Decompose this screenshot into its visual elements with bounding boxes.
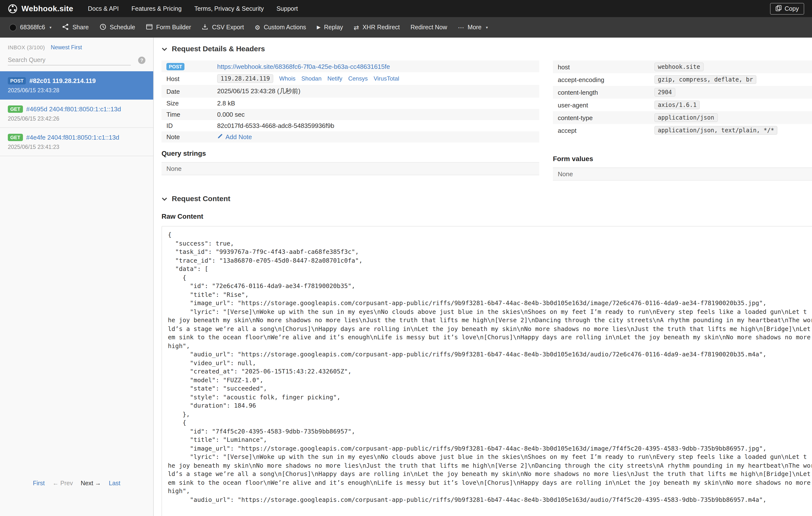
- redirect-now-button[interactable]: Redirect Now: [405, 17, 453, 37]
- csv-export-label: CSV Export: [212, 24, 244, 31]
- header-value: application/json, text/plain, */*: [655, 126, 778, 135]
- section-title: Request Content: [172, 194, 230, 203]
- chevron-down-icon: [162, 47, 167, 51]
- section-title: Request Details & Headers: [172, 45, 265, 53]
- nav-link-terms-privacy[interactable]: Terms, Privacy & Security: [194, 5, 264, 12]
- request-list-item[interactable]: GET #4e4fe 2404:f801:8050:1:c1::13d 2025…: [0, 128, 153, 156]
- shodan-link[interactable]: Shodan: [301, 75, 322, 82]
- id-label: ID: [166, 122, 217, 130]
- details-column: POST https://webhook.site/68368fc6-7f0a-…: [162, 60, 539, 175]
- token-dropdown-button[interactable]: 68368fc6 ▾: [4, 17, 57, 37]
- pagination-next[interactable]: Next →: [81, 480, 101, 487]
- netify-link[interactable]: Netify: [327, 75, 342, 82]
- webhook-site-app: Webhook.site Docs & API Features & Prici…: [0, 0, 812, 516]
- header-row: host webhook.site: [553, 60, 812, 73]
- raw-content-title: Raw Content: [162, 212, 812, 220]
- headers-table: host webhook.site accept-encoding gzip, …: [553, 60, 812, 137]
- section-header-content[interactable]: Request Content: [162, 194, 812, 203]
- share-icon: [62, 23, 69, 31]
- inbox-count-label: INBOX (3/100): [8, 45, 45, 50]
- query-strings-empty: None: [162, 162, 539, 175]
- table-row-time: Time 0.000 sec: [162, 109, 539, 120]
- headers-column: host webhook.site accept-encoding gzip, …: [553, 60, 812, 181]
- method-badge-get: GET: [8, 134, 23, 141]
- chevron-down-icon: [162, 197, 167, 201]
- schedule-button[interactable]: Schedule: [94, 17, 141, 37]
- chevron-down-icon: ▾: [486, 25, 488, 30]
- ip-lookup-links: Whois Shodan Netify Censys VirusTotal: [279, 75, 399, 82]
- note-label: Note: [166, 133, 217, 141]
- request-details-table: POST https://webhook.site/68368fc6-7f0a-…: [162, 60, 539, 143]
- pagination: First ← Prev Next → Last: [0, 480, 153, 487]
- date-value: 2025/06/15 23:43:28 (几秒前): [217, 87, 534, 96]
- pencil-icon: [217, 133, 223, 141]
- clock-icon: [99, 23, 106, 31]
- time-value: 0.000 sec: [217, 111, 534, 118]
- form-values-empty: None: [553, 167, 812, 181]
- header-row: content-type application/json: [553, 111, 812, 124]
- exchange-icon: ⇄: [354, 24, 359, 30]
- table-row-size: Size 2.8 kB: [162, 97, 539, 109]
- host-value: 119.28.214.119: [217, 74, 273, 83]
- chevron-down-icon: ▾: [50, 25, 52, 30]
- header-name: accept-encoding: [558, 76, 655, 83]
- form-values-title: Form values: [553, 155, 812, 163]
- header-value: axios/1.6.1: [655, 101, 700, 109]
- nav-link-docs-api[interactable]: Docs & API: [88, 5, 119, 12]
- copy-icon: [775, 5, 782, 12]
- form-builder-icon: [146, 23, 153, 31]
- request-list-item[interactable]: GET #4695d 2404:f801:8050:1:c1::13d 2025…: [0, 99, 153, 128]
- help-icon[interactable]: ?: [138, 57, 145, 64]
- pagination-prev[interactable]: ← Prev: [53, 480, 73, 487]
- csv-export-button[interactable]: CSV Export: [196, 17, 249, 37]
- request-list-item[interactable]: POST #82c01 119.28.214.119 2025/06/15 23…: [0, 71, 153, 99]
- header-value: webhook.site: [655, 62, 703, 71]
- section-header-details[interactable]: Request Details & Headers: [162, 45, 812, 53]
- sort-order-link[interactable]: Newest First: [51, 45, 82, 50]
- replay-button[interactable]: ▶ Replay: [312, 17, 348, 37]
- gear-icon: ⚙: [255, 24, 260, 30]
- replay-label: Replay: [324, 24, 343, 31]
- virustotal-link[interactable]: VirusTotal: [374, 75, 399, 82]
- censys-link[interactable]: Censys: [348, 75, 368, 82]
- request-date: 2025/06/15 23:42:26: [8, 116, 145, 121]
- time-label: Time: [166, 111, 217, 118]
- page-body: INBOX (3/100) Newest First ? POST #82c01…: [0, 37, 812, 516]
- size-value: 2.8 kB: [217, 99, 534, 107]
- search-input[interactable]: [8, 55, 131, 65]
- nav-link-support[interactable]: Support: [277, 5, 298, 12]
- header-name: content-length: [558, 89, 655, 96]
- request-detail-panel: Request Details & Headers POST https://w…: [154, 37, 812, 516]
- request-id: #4695d 2404:f801:8050:1:c1::13d: [26, 106, 121, 113]
- raw-content-body: { "success": true, "task_id": "9939767a-…: [162, 226, 812, 516]
- request-url-link[interactable]: https://webhook.site/68368fc6-7f0a-425e-…: [217, 63, 390, 70]
- copy-button-label: Copy: [785, 5, 799, 12]
- schedule-label: Schedule: [110, 24, 135, 31]
- share-button[interactable]: Share: [57, 17, 94, 37]
- more-dropdown-button[interactable]: ⋯ More ▾: [453, 17, 493, 37]
- token-id-label: 68368fc6: [20, 24, 45, 31]
- header-value: application/json: [655, 113, 718, 122]
- id-value: 82c017fd-6533-4668-adc8-548359936f9b: [217, 122, 534, 130]
- nav-link-features-pricing[interactable]: Features & Pricing: [132, 5, 182, 12]
- pagination-last[interactable]: Last: [109, 480, 120, 487]
- brand-title: Webhook.site: [22, 4, 73, 13]
- whois-link[interactable]: Whois: [279, 75, 295, 82]
- host-label: Host: [166, 75, 217, 82]
- pagination-first[interactable]: First: [33, 480, 45, 487]
- size-label: Size: [166, 99, 217, 107]
- add-note-link[interactable]: Add Note: [217, 133, 252, 141]
- query-strings-title: Query strings: [162, 149, 539, 157]
- xhr-redirect-button[interactable]: ⇄ XHR Redirect: [348, 17, 405, 37]
- copy-button[interactable]: Copy: [770, 3, 804, 15]
- share-label: Share: [72, 24, 89, 31]
- form-builder-button[interactable]: Form Builder: [141, 17, 196, 37]
- method-badge-post: POST: [8, 77, 26, 84]
- custom-actions-button[interactable]: ⚙ Custom Actions: [249, 17, 312, 37]
- table-row-host: Host 119.28.214.119 Whois Shodan Netify …: [162, 72, 539, 85]
- header-name: user-agent: [558, 101, 655, 109]
- csv-export-icon: [202, 23, 209, 31]
- request-id: #4e4fe 2404:f801:8050:1:c1::13d: [26, 134, 119, 141]
- request-id: #82c01 119.28.214.119: [29, 77, 96, 84]
- action-toolbar: 68368fc6 ▾ Share Schedule: [0, 17, 812, 37]
